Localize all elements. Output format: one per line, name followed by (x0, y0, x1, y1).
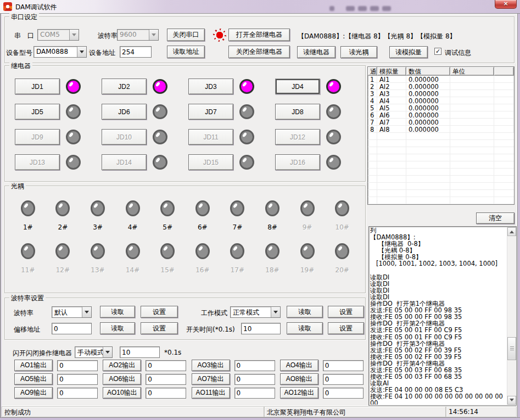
ao-output-button[interactable]: AO8输出 (280, 373, 318, 385)
ao-output-button[interactable]: AO4输出 (280, 360, 318, 371)
relay-button[interactable]: JD2 (102, 79, 147, 94)
relay-button[interactable]: JD8 (275, 104, 320, 120)
ao-output-button[interactable]: AO12输出 (280, 387, 318, 399)
ao-output-input[interactable] (323, 360, 364, 371)
baud-set-label: 波特率 (14, 309, 33, 318)
device-model-select[interactable]: DAM0888 (33, 46, 87, 58)
ao-output-input[interactable] (323, 388, 364, 399)
ao-output-button[interactable]: AO3输出 (192, 360, 230, 371)
ao-output-button[interactable]: AO11输出 (192, 387, 230, 399)
ao-output-input[interactable] (234, 374, 275, 385)
table-row[interactable]: 6 AI6 0.000000 (368, 111, 514, 119)
opto-led (335, 200, 349, 216)
ao-output-input[interactable] (146, 388, 186, 399)
table-row[interactable]: 7 AI7 0.000000 (368, 119, 514, 126)
relay-button[interactable]: JD4 (275, 79, 320, 94)
ao-output-input[interactable] (323, 374, 364, 385)
debug-log-box[interactable]: 列 【DAM0888】: 【继电器 0-8】 【光耦 0-8】 【模拟量 0-8… (368, 226, 517, 406)
relay-button[interactable]: JD12 (275, 129, 320, 145)
flash-time-unit-label: *0.1s (164, 349, 181, 356)
col-header-name[interactable]: 模拟量 (377, 67, 406, 75)
baud-set-button[interactable]: 设置 (141, 306, 178, 318)
status-bar: 控制成功 北京聚英翱翔电子有限公司 14:56:14 (2, 406, 517, 417)
close-button[interactable]: × (495, 0, 517, 9)
relay-button[interactable]: JD9 (15, 129, 60, 145)
relay-led (239, 155, 254, 170)
debug-info-checkbox[interactable]: ✓ (434, 48, 441, 55)
switch-time-input[interactable] (241, 323, 281, 334)
baud-value-select[interactable]: 默认 (52, 306, 92, 318)
desktop-glass-blob (346, 6, 355, 11)
device-addr-input[interactable] (120, 46, 152, 58)
scroll-down-button[interactable] (507, 396, 516, 405)
ao-output-input[interactable] (57, 360, 98, 371)
ao-output-button[interactable]: AO10输出 (103, 387, 141, 399)
relay-button[interactable]: JD6 (102, 104, 147, 120)
relay-button[interactable]: JD13 (15, 154, 60, 170)
table-row[interactable]: 3 AI3 0.000000 (368, 90, 514, 97)
optocoupler-group: 光耦 1# 2# 3# (4, 186, 366, 293)
opto-label: 14# (126, 266, 139, 274)
open-all-relays-button[interactable]: 打开全部继电器 (228, 29, 290, 41)
close-all-relays-button[interactable]: 关闭全部继电器 (228, 46, 290, 58)
serial-open-indicator (213, 29, 226, 42)
ao-output-button[interactable]: AO1输出 (14, 360, 53, 371)
ao-output-input[interactable] (146, 374, 186, 385)
ao-output-button[interactable]: AO2输出 (103, 360, 141, 371)
relay-button[interactable]: JD5 (15, 104, 60, 120)
flash-time-input[interactable] (120, 346, 160, 358)
work-mode-set-button[interactable]: 设置 (328, 306, 364, 318)
relay-button[interactable]: JD16 (275, 154, 320, 170)
scroll-up-button[interactable] (507, 227, 516, 236)
work-mode-read-button[interactable]: 读取 (287, 306, 323, 318)
table-row[interactable]: 5 AI5 0.000000 (368, 104, 514, 111)
ao-output-input[interactable] (146, 360, 186, 371)
relay-button[interactable]: JD11 (188, 129, 233, 145)
read-analog-button[interactable]: 读模拟量 (389, 46, 428, 58)
read-opto-button[interactable]: 读光耦 (340, 46, 377, 58)
read-relays-button[interactable]: 读继电器 (297, 46, 336, 58)
ao-output-button[interactable]: AO9输出 (14, 387, 53, 399)
ao-output-button[interactable]: AO6输出 (103, 373, 141, 385)
flash-mode-select[interactable]: 手动模式 (75, 346, 113, 358)
clear-log-button[interactable]: 清空 (476, 212, 515, 224)
ao-output-input[interactable] (234, 360, 275, 371)
switch-time-read-button[interactable]: 读取 (287, 322, 323, 334)
ao-output-button[interactable]: AO5输出 (14, 373, 53, 385)
table-row[interactable]: 8 AI8 0.000000 (368, 126, 514, 133)
close-serial-button[interactable]: 关闭串口 (167, 29, 205, 41)
opto-label: 5# (163, 223, 172, 231)
ao-output-input[interactable] (234, 388, 275, 399)
relay-cell: JD10 (102, 129, 188, 145)
offset-addr-input[interactable] (52, 323, 92, 334)
baud-read-button[interactable]: 读取 (100, 306, 135, 318)
scrollbar-thumb[interactable] (507, 337, 516, 360)
switch-time-set-button[interactable]: 设置 (328, 322, 364, 334)
baud-select[interactable]: 9600 (117, 29, 159, 41)
ao-output-input[interactable] (57, 374, 98, 385)
col-header-channel[interactable]: 通 (368, 67, 377, 75)
ao-cell: AO3输出 (192, 360, 280, 371)
table-row[interactable]: 2 AI2 0.000000 (368, 83, 514, 90)
ao-output-button[interactable]: AO7输出 (192, 373, 230, 385)
opto-cell: 16# (185, 243, 220, 274)
col-header-value[interactable]: 数值 (406, 67, 450, 75)
relay-button[interactable]: JD15 (188, 154, 233, 170)
relay-button[interactable]: JD7 (188, 104, 233, 120)
relay-button[interactable]: JD1 (15, 79, 60, 94)
work-mode-select[interactable]: 正常模式 (230, 306, 281, 318)
offset-read-button[interactable]: 读取 (100, 322, 135, 334)
ao-output-input[interactable] (57, 388, 98, 399)
relay-button[interactable]: JD10 (102, 129, 147, 145)
table-row[interactable]: 4 AI4 0.000000 (368, 97, 514, 104)
col-header-unit[interactable]: 单位 (450, 67, 494, 75)
offset-set-button[interactable]: 设置 (141, 322, 178, 334)
relay-button[interactable]: JD3 (188, 79, 233, 94)
relay-button[interactable]: JD14 (102, 154, 147, 170)
client-area: 串口设定 串 口 COM5 波特率 9600 关闭串口 打开全部继电器 【DAM… (2, 14, 517, 406)
table-row[interactable]: 1 AI1 0.000000 (368, 76, 514, 83)
log-scrollbar[interactable] (507, 227, 516, 405)
read-addr-button[interactable]: 读取地址 (167, 46, 205, 58)
serial-port-select[interactable]: COM5 (37, 29, 79, 41)
debug-info-label: 调试信息 (445, 48, 471, 58)
